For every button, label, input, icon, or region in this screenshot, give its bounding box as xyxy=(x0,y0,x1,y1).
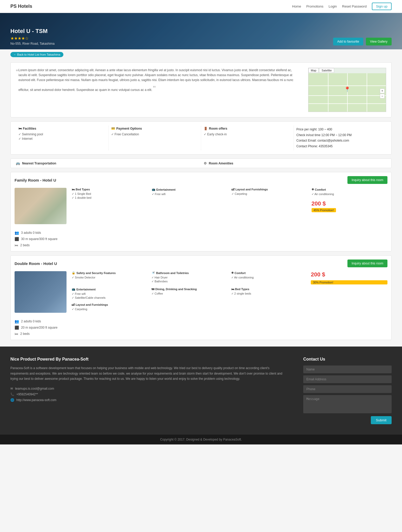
map-grid: 📍 + − xyxy=(308,73,386,112)
double-room-title: Double Room - Hotel U xyxy=(15,261,57,266)
room-offers-col: 🚪 Room offers Early check-in xyxy=(201,125,294,150)
main-nav: Home Promotions Login Reset Password Sig… xyxy=(292,3,392,10)
payment-title: 💳 Payment Options xyxy=(111,127,199,130)
double-dining-title: 🍽 Dining, Drinking and Snacking xyxy=(151,288,228,291)
double-bathrobes: Bathrobes xyxy=(151,280,228,283)
back-link-container: ← Back to Hotel List from Takashima xyxy=(0,49,402,60)
map-road-v2 xyxy=(347,73,348,112)
footer-bottom: Copyright © 2017. Designed & Developed b… xyxy=(0,435,402,444)
double-room-features: 🔒 Safety and Security Features Smoke Det… xyxy=(72,271,387,336)
map-controls: + − xyxy=(380,89,385,98)
double-comfort-title: ❄ Comfort xyxy=(231,271,308,275)
info-section: " Lorem ipsum dolor sit amet, consectetu… xyxy=(10,62,392,117)
transport-amenities-section: 🚌 Nearest Transportation ⚙ Room Amenitie… xyxy=(10,158,392,168)
double-bathroom-title: 🚿 Bathroom and Toiletries xyxy=(151,271,228,275)
area-icon: ⬛ xyxy=(15,237,19,241)
contact-email: Contact Email: contact@pshotels.com xyxy=(296,138,384,144)
family-room-header: Family Room - Hotel U Inquiry about this… xyxy=(15,176,387,184)
double-ac: Air conditioning xyxy=(231,276,308,279)
nav-home[interactable]: Home xyxy=(292,4,301,8)
footer-about-title: Nice Product Powered By Panacea-Soft xyxy=(10,357,288,362)
double-beds: 2 single beds xyxy=(231,292,308,295)
payment-col: 💳 Payment Options Free Cancellation xyxy=(109,125,201,150)
family-layout-title: 🛋 Layout and Furnishings xyxy=(232,188,308,191)
hotel-stars: ★★★★☆ xyxy=(10,36,333,41)
map-tab-satellite[interactable]: Satellite xyxy=(319,68,334,73)
room-offers-icon: 🚪 xyxy=(204,127,208,130)
double-room-card: Double Room - Hotel U Inquiry about this… xyxy=(10,255,392,340)
double-adults-icon: 👥 xyxy=(15,319,19,323)
map-zoom-out[interactable]: − xyxy=(380,94,385,98)
double-coffee: Coffee xyxy=(151,292,228,295)
contact-phone-input[interactable] xyxy=(303,385,392,393)
double-layout-title: 🛋 Layout and Furnishings xyxy=(72,303,148,306)
amenities-title: Room Amenities xyxy=(209,162,233,165)
double-inquiry-button[interactable]: Inquiry about this room xyxy=(347,260,387,267)
add-favourite-button[interactable]: Add to favourite xyxy=(333,38,363,45)
facilities-col: 🛏 Facilities Swimming pool Internet xyxy=(16,125,109,150)
hotel-map: Map Satellite 📍 + − M xyxy=(308,68,386,112)
family-room-image xyxy=(15,188,67,224)
footer-website: http://www.panacea-soft.com xyxy=(16,398,56,402)
double-price-block: 200 $ 30% Promotion! xyxy=(311,271,387,284)
facilities-icon: 🛏 xyxy=(18,127,22,130)
fac-item-internet: Internet xyxy=(18,137,106,141)
double-stat-adults: 👥 2 adults 0 kids xyxy=(15,319,67,323)
dining-icon: 🍽 xyxy=(151,288,154,291)
description-text: Lorem ipsum dolor sit amet, consectetur … xyxy=(18,68,293,92)
family-bed-types: 🛏 Bed Types 1 Single Bed 1 double bed xyxy=(72,188,148,247)
hero-content: Hotel U - TSM ★★★★☆ No-555, River Road, … xyxy=(10,28,333,45)
double-layout-icon: 🛋 xyxy=(72,303,75,306)
family-room-body: 👥 3 adults 0 kids ⬛ 30 m square/300 ft s… xyxy=(15,188,387,247)
footer-main: Nice Product Powered By Panacea-Soft Pan… xyxy=(0,347,402,435)
family-bed-title: 🛏 Bed Types xyxy=(72,188,148,191)
hotel-address: No-555, River Road, Takashima xyxy=(10,42,333,45)
map-tabs: Map Satellite xyxy=(308,68,386,73)
footer-contact-info: ✉ teamups.is.cool@gmail.com 📞 +959254094… xyxy=(10,387,288,402)
double-room-left: 👥 2 adults 0 kids ⬛ 20 m square/200 ft s… xyxy=(15,271,67,336)
contact-name-input[interactable] xyxy=(303,365,392,373)
adults-icon: 👥 xyxy=(15,231,19,235)
family-entertainment: 📺 Entertainment Free wifi xyxy=(152,188,228,247)
safety-icon: 🔒 xyxy=(72,271,75,275)
map-pin-icon: 📍 xyxy=(344,86,351,92)
map-road-v3 xyxy=(367,73,367,112)
footer-form-title: Contact Us xyxy=(303,357,392,362)
double-stat-area: ⬛ 20 m square/200 ft square xyxy=(15,325,67,330)
double-comfort-icon: ❄ xyxy=(231,271,234,275)
family-bed-double: 1 double bed xyxy=(72,196,148,200)
map-tab-map[interactable]: Map xyxy=(308,68,319,73)
family-layout: 🛋 Layout and Furnishings Carpeting xyxy=(232,188,308,247)
hotel-description: " Lorem ipsum dolor sit amet, consectetu… xyxy=(16,68,303,112)
hotel-title: Hotel U - TSM xyxy=(10,28,333,35)
double-layout: 🛋 Layout and Furnishings Carpeting xyxy=(72,303,148,311)
family-inquiry-button[interactable]: Inquiry about this room xyxy=(347,176,387,184)
contact-message-input[interactable] xyxy=(303,395,392,413)
fac-item-pool: Swimming pool xyxy=(18,132,106,136)
transport-title: Nearest Transportation xyxy=(22,162,56,165)
bed-icon: 🛏 xyxy=(72,188,75,191)
map-road-v1 xyxy=(328,73,328,112)
double-room-stats: 👥 2 adults 0 kids ⬛ 20 m square/200 ft s… xyxy=(15,319,67,336)
nav-promotions[interactable]: Promotions xyxy=(306,4,324,8)
site-header: PS Hotels Home Promotions Login Reset Pa… xyxy=(0,0,402,13)
contact-email-input[interactable] xyxy=(303,375,392,383)
family-promo-badge: 45% Promotion! xyxy=(312,208,336,212)
map-zoom-in[interactable]: + xyxy=(380,89,385,93)
nav-reset-password[interactable]: Reset Password xyxy=(342,4,367,8)
signup-button[interactable]: Sign up xyxy=(372,3,392,10)
family-room-stats: 👥 3 adults 0 kids ⬛ 30 m square/300 ft s… xyxy=(15,231,67,247)
family-comfort: ❄ Comfort Air conditioning xyxy=(312,188,388,196)
double-entertainment-title: 📺 Entertainment xyxy=(72,288,148,291)
view-gallery-button[interactable]: View Gallery xyxy=(366,38,392,45)
transport-icon: 🚌 xyxy=(16,161,20,165)
family-ac: Air conditioning xyxy=(312,192,388,196)
back-link[interactable]: ← Back to Hotel List from Takashima xyxy=(10,52,63,57)
double-beds-icon: 🛏 xyxy=(15,332,18,336)
nav-login[interactable]: Login xyxy=(328,4,337,8)
footer-phone: +9592540942** xyxy=(16,393,38,396)
double-safety-title: 🔒 Safety and Security Features xyxy=(72,271,148,275)
double-carpeting: Carpeting xyxy=(72,308,148,311)
contact-submit-button[interactable]: Submit xyxy=(371,416,392,424)
family-room-left: 👥 3 adults 0 kids ⬛ 30 m square/300 ft s… xyxy=(15,188,67,247)
